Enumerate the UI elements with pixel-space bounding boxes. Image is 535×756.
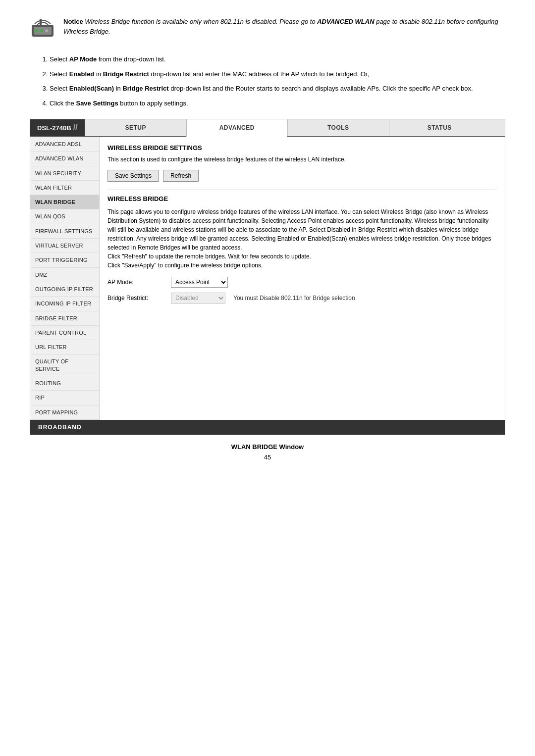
instruction-3: Select Enabled(Scan) in Bridge Restrict … (50, 84, 505, 94)
sidebar-item-incoming-ip-filter[interactable]: INCOMING IP FILTER (30, 297, 99, 311)
instr3-bold2: Bridge Restrict (122, 85, 168, 92)
sidebar-item-outgoing-ip-filter[interactable]: OUTGOING IP FILTER (30, 282, 99, 297)
sidebar-item-quality-of-service[interactable]: QUALITY OF SERVICE (30, 354, 99, 376)
wb-title: WIRELESS BRIDGE (107, 195, 497, 202)
ap-mode-label: AP Mode: (107, 279, 167, 286)
sidebar-item-port-mapping[interactable]: PORT MAPPING (30, 405, 99, 420)
sidebar-item-wlan-security[interactable]: WLAN SECURITY (30, 166, 99, 181)
sidebar-item-routing[interactable]: ROUTING (30, 376, 99, 391)
bottom-bar: BROADBAND (30, 420, 505, 435)
notice-box: Notice Wireless Bridge function is avail… (30, 15, 505, 41)
nav-end (490, 119, 505, 136)
sidebar-item-wlan-qos[interactable]: WLAN QOS (30, 209, 99, 224)
router-frame: DSL-2740B // SETUP ADVANCED TOOLS STATUS… (30, 119, 505, 435)
wb-desc: This page allows you to configure wirele… (107, 207, 497, 270)
nav-tabs: SETUP ADVANCED TOOLS STATUS (85, 119, 490, 136)
sidebar-item-advanced-adsl[interactable]: ADVANCED ADSL (30, 137, 99, 151)
brand: DSL-2740B // (30, 119, 85, 136)
notice-icon (30, 15, 55, 41)
sidebar-item-port-triggering[interactable]: PORT TRIGGERING (30, 253, 99, 267)
main-area: ADVANCED ADSL ADVANCED WLAN WLAN SECURIT… (30, 137, 505, 420)
bridge-restrict-select[interactable]: Disabled Enabled Enabled(Scan) (171, 293, 225, 303)
bridge-restrict-row: Bridge Restrict: Disabled Enabled Enable… (107, 293, 497, 303)
brand-slash: // (73, 123, 78, 132)
sidebar-item-rip[interactable]: RIP (30, 391, 99, 405)
section-desc: This section is used to configure the wi… (107, 155, 497, 164)
tab-status[interactable]: STATUS (389, 119, 490, 136)
notice-bold: ADVANCED WLAN (317, 18, 374, 25)
ap-mode-select[interactable]: Access Point Wireless Bridge (171, 277, 228, 288)
notice-label: Notice (63, 18, 83, 25)
sidebar-item-advanced-wlan[interactable]: ADVANCED WLAN (30, 151, 99, 166)
bridge-restrict-label: Bridge Restrict: (107, 295, 167, 302)
sidebar-item-virtual-server[interactable]: VIRTUAL SERVER (30, 239, 99, 253)
ap-mode-row: AP Mode: Access Point Wireless Bridge (107, 277, 497, 288)
bridge-restrict-note: You must Disable 802.11n for Bridge sele… (233, 295, 355, 302)
page-wrapper: Notice Wireless Bridge function is avail… (0, 0, 535, 756)
sidebar-item-firewall-settings[interactable]: FIREWALL SETTINGS (30, 224, 99, 239)
tab-setup[interactable]: SETUP (85, 119, 186, 136)
instructions: Select AP Mode from the drop-down list. … (30, 54, 505, 108)
sidebar: ADVANCED ADSL ADVANCED WLAN WLAN SECURIT… (30, 137, 100, 420)
content-panel: WIRELESS BRIDGE SETTINGS This section is… (100, 137, 505, 420)
caption: WLAN BRIDGE Window (30, 443, 505, 451)
top-nav: DSL-2740B // SETUP ADVANCED TOOLS STATUS (30, 119, 505, 137)
section-divider (107, 190, 497, 190)
instruction-4: Click the Save Settings button to apply … (50, 99, 505, 108)
sidebar-item-url-filter[interactable]: URL FILTER (30, 340, 99, 354)
sidebar-item-wlan-bridge[interactable]: WLAN BRIDGE (30, 195, 99, 209)
svg-point-3 (40, 29, 43, 32)
tab-tools[interactable]: TOOLS (287, 119, 389, 136)
page-number: 45 (30, 454, 505, 461)
sidebar-item-dmz[interactable]: DMZ (30, 268, 99, 282)
sidebar-item-parent-control[interactable]: PARENT CONTROL (30, 326, 99, 340)
sidebar-item-bridge-filter[interactable]: BRIDGE FILTER (30, 311, 99, 326)
refresh-button[interactable]: Refresh (163, 170, 199, 182)
brand-name: DSL-2740B (37, 124, 71, 132)
instr4-bold: Save Settings (76, 100, 118, 107)
instr2-bold2: Bridge Restrict (103, 70, 149, 78)
save-settings-button[interactable]: Save Settings (107, 170, 159, 182)
notice-text: Notice Wireless Bridge function is avail… (63, 15, 505, 36)
sidebar-item-wlan-filter[interactable]: WLAN FILTER (30, 181, 99, 195)
instr2-bold1: Enabled (69, 70, 95, 78)
notice-body: Wireless Bridge function is available on… (63, 18, 498, 35)
instruction-2: Select Enabled in Bridge Restrict drop-d… (50, 69, 505, 79)
section-title: WIRELESS BRIDGE SETTINGS (107, 144, 497, 151)
svg-point-2 (35, 29, 38, 32)
instr3-bold1: Enabled(Scan) (69, 85, 114, 92)
tab-advanced[interactable]: ADVANCED (186, 119, 288, 137)
svg-point-4 (45, 29, 48, 32)
btn-row: Save Settings Refresh (107, 170, 497, 182)
instr1-bold: AP Mode (69, 55, 97, 63)
instruction-1: Select AP Mode from the drop-down list. (50, 54, 505, 64)
